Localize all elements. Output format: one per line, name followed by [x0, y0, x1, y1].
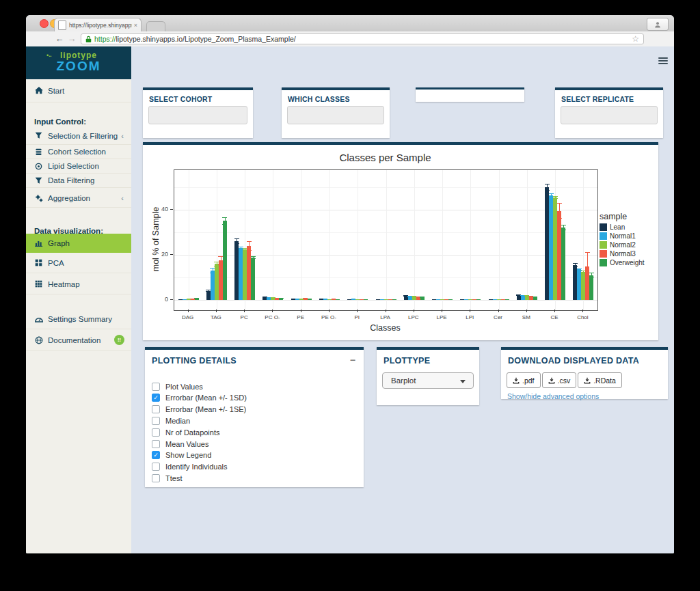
- bookmark-star-icon[interactable]: ☆: [632, 34, 639, 44]
- tab-close-icon[interactable]: ×: [134, 22, 137, 29]
- settings-summary-icon: [35, 315, 48, 322]
- x-tick-mark: [244, 310, 245, 312]
- person-icon: [654, 21, 661, 28]
- gridline-vertical: [273, 170, 273, 310]
- sidebar-item-label: PCA: [48, 259, 64, 267]
- checkbox-unchecked[interactable]: [152, 417, 160, 425]
- browser-window: https://lipotype.shinyapps. × ← → ↻ ⌂ ht…: [26, 15, 674, 553]
- sidebar-item-data-filtering[interactable]: Data Filtering: [26, 174, 131, 188]
- checkbox-row-show-legend[interactable]: ✓Show Legend: [152, 450, 211, 461]
- x-tick-mark: [301, 310, 301, 312]
- legend-key-swatch: [600, 241, 607, 249]
- browser-toolbar: ← → ↻ ⌂ https://lipotype.shinyapps.io/Li…: [26, 31, 674, 47]
- sidebar-item-label: Lipid Selection: [48, 162, 99, 170]
- download-rdata-button[interactable]: .RData: [578, 372, 622, 388]
- url-bar[interactable]: https://lipotype.shinyapps.io/Lipotype_Z…: [81, 33, 644, 44]
- gridline-vertical: [329, 170, 330, 310]
- checkbox-unchecked[interactable]: [152, 405, 160, 413]
- profile-button[interactable]: [647, 18, 669, 31]
- checkbox-label: Mean Values: [165, 440, 208, 448]
- checkbox-unchecked[interactable]: [152, 474, 160, 482]
- checkbox-checked[interactable]: ✓: [152, 394, 160, 402]
- sidebar-item-start[interactable]: Start: [26, 79, 131, 102]
- x-tick-mark: [470, 310, 470, 312]
- download-csv-button[interactable]: .csv: [542, 372, 577, 388]
- x-tick-label: Chol: [566, 314, 599, 320]
- checkbox-label: Median: [165, 417, 190, 425]
- sidebar-item-documentation[interactable]: Documentation!!: [26, 330, 131, 351]
- checkbox-label: Nr of Datapoints: [165, 428, 219, 437]
- sidebar-item-aggregation[interactable]: Aggregation‹: [26, 189, 131, 208]
- checkbox-unchecked[interactable]: [152, 463, 160, 471]
- select-replicate-label: SELECT REPLICATE: [561, 95, 634, 103]
- url-scheme: https://: [94, 35, 116, 43]
- y-axis-label: mol % of Sample: [151, 184, 161, 294]
- sidebar-item-selection-filtering[interactable]: Selection & Filtering‹: [26, 127, 131, 145]
- which-classes-input[interactable]: [287, 106, 384, 124]
- sidebar-item-cohort-selection[interactable]: Cohort Selection: [26, 145, 131, 159]
- errorbar-cap: [247, 250, 252, 251]
- checkbox-row-errorbar-mean-1se[interactable]: Errorbar (Mean +/- 1SE): [152, 404, 246, 415]
- checkbox-row-median[interactable]: Median: [152, 415, 190, 426]
- chevron-left-icon: ‹: [121, 194, 124, 202]
- errorbar-cap: [239, 247, 243, 247]
- checkbox-row-nr-of-datapoints[interactable]: Nr of Datapoints: [152, 427, 219, 437]
- legend-item-overweight: Overweight: [600, 258, 645, 267]
- checkbox-unchecked[interactable]: [152, 383, 160, 391]
- window-close-button[interactable]: [40, 19, 49, 28]
- checkbox-checked[interactable]: ✓: [152, 451, 160, 459]
- errorbar: [249, 241, 250, 251]
- advanced-options-link[interactable]: Show/hide advanced options: [507, 392, 599, 400]
- select-cohort-card: SELECT COHORT: [143, 87, 253, 138]
- errorbar-cap: [557, 218, 562, 219]
- plottype-dropdown[interactable]: Barplot: [382, 372, 474, 389]
- gridline-vertical: [470, 170, 471, 310]
- x-tick-mark: [386, 310, 386, 312]
- sidebar-item-label: Graph: [48, 239, 70, 247]
- errorbar-cap: [553, 198, 558, 199]
- errorbar-cap: [251, 258, 256, 259]
- sidebar-item-label: Data Filtering: [48, 176, 94, 184]
- checkbox-row-mean-values[interactable]: Mean Values: [152, 439, 208, 449]
- new-tab-button[interactable]: [146, 21, 165, 32]
- x-tick-mark: [272, 310, 273, 312]
- sidebar-item-graph[interactable]: Graph: [26, 234, 131, 253]
- checkbox-row-errorbar-mean-1sd[interactable]: ✓Errorbar (Mean +/- 1SD): [152, 393, 247, 403]
- plot-area: [174, 169, 598, 311]
- errorbar-cap: [561, 225, 566, 225]
- checkbox-label: Errorbar (Mean +/- 1SD): [165, 394, 247, 402]
- sidebar-item-label: Aggregation: [48, 194, 90, 202]
- errorbar-cap: [589, 277, 594, 277]
- checkbox-row-identify-individuals[interactable]: Identify Individuals: [152, 462, 228, 472]
- errorbar-cap: [251, 256, 256, 257]
- page-favicon-icon: [58, 20, 66, 30]
- chart-legend: sample LeanNormal1Normal2Normal3Overweig…: [600, 212, 645, 267]
- legend-item-normal2: Normal2: [600, 240, 645, 249]
- sidebar-item-pca[interactable]: PCA: [26, 253, 131, 273]
- legend-item-normal3: Normal3: [600, 249, 645, 258]
- sidebar-item-lipid-selection[interactable]: Lipid Selection: [26, 159, 131, 174]
- collapse-icon[interactable]: −: [350, 355, 355, 366]
- sidebar-item-settings-summary[interactable]: Settings Summary: [26, 309, 131, 329]
- checkbox-row-ttest[interactable]: Ttest: [152, 473, 182, 483]
- sidebar-item-heatmap[interactable]: Heatmap: [26, 274, 131, 294]
- checkbox-unchecked[interactable]: [152, 440, 160, 448]
- checkbox-unchecked[interactable]: [152, 428, 160, 437]
- checkbox-row-plot-values[interactable]: Plot Values: [152, 381, 203, 391]
- errorbar-cap: [577, 269, 582, 269]
- select-replicate-input[interactable]: [561, 106, 658, 124]
- sidebar-section-input-control: Input Control:: [26, 115, 131, 128]
- download-pdf-button[interactable]: .pdf: [507, 372, 541, 388]
- data-filtering-icon: [35, 177, 48, 184]
- back-button[interactable]: ←: [53, 31, 66, 46]
- checkbox-label: Plot Values: [165, 383, 203, 391]
- sidebar-item-label: Heatmap: [48, 280, 80, 288]
- browser-tab[interactable]: https://lipotype.shinyapps. ×: [54, 18, 142, 32]
- menu-toggle-icon[interactable]: [658, 57, 668, 66]
- documentation-icon: [35, 336, 48, 344]
- gridline-vertical: [414, 170, 415, 310]
- forward-button[interactable]: →: [66, 31, 78, 46]
- select-cohort-input[interactable]: [148, 106, 247, 124]
- checkbox-label: Errorbar (Mean +/- 1SE): [165, 405, 246, 413]
- plotting-details-title: PLOTTING DETAILS: [152, 356, 237, 366]
